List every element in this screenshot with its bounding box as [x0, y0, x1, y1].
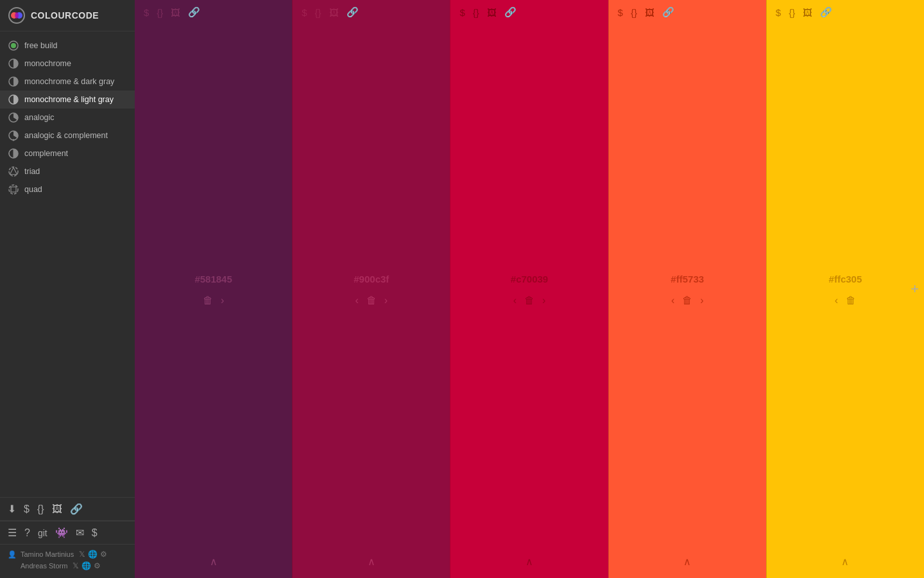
sidebar-item-monochrome-dark-gray[interactable]: monochrome & dark gray [0, 73, 135, 91]
menu-icon[interactable]: ☰ [8, 527, 17, 539]
credit-name-tamino: Tamino Martinius [21, 550, 74, 558]
panel-2-image-icon[interactable]: 🖼 [329, 7, 339, 18]
bottom-toolbar: ☰ ? git 👾 ✉ $ [0, 521, 135, 544]
sidebar-item-label: triad [24, 167, 40, 176]
panel-4-actions: ‹ 🗑 › [671, 295, 704, 306]
panel-1-image-icon[interactable]: 🖼 [171, 7, 180, 18]
sidebar-item-monochrome[interactable]: monochrome [0, 55, 135, 73]
half-circle-dark-icon [8, 76, 19, 87]
panel-2-delete-icon[interactable]: 🗑 [366, 295, 377, 306]
panel-3-prev-icon[interactable]: ‹ [513, 295, 517, 306]
panel-4-link-icon[interactable]: 🔗 [662, 6, 674, 18]
sidebar-item-quad[interactable]: quad [0, 180, 135, 198]
panel-4-prev-icon[interactable]: ‹ [671, 295, 674, 306]
tamino-globe-icon[interactable]: 🌐 [88, 550, 98, 559]
git-icon[interactable]: git [38, 528, 47, 538]
sidebar-item-complement[interactable]: complement [0, 144, 135, 162]
panel-4-dollar-icon[interactable]: $ [618, 7, 623, 18]
svg-marker-14 [10, 168, 17, 175]
panel-5-prev-icon[interactable]: ‹ [835, 295, 838, 306]
sidebar-item-monochrome-light-gray[interactable]: monochrome & light gray [0, 91, 135, 109]
panel-1-up-icon[interactable]: ∧ [210, 556, 218, 568]
svg-rect-16 [11, 187, 16, 192]
panel-5-up-icon[interactable]: ∧ [841, 556, 849, 568]
panel-3-braces-icon[interactable]: {} [473, 7, 479, 18]
panel-1-next-icon[interactable]: › [221, 295, 224, 306]
panel-3-up-icon[interactable]: ∧ [526, 556, 533, 568]
panel-5-bottom: ∧ [767, 556, 924, 578]
sidebar-item-triad[interactable]: triad [0, 162, 135, 180]
color-panel-5: $ {} 🖼 🔗 #ffc305 ‹ 🗑 ∧ [766, 0, 924, 578]
credit-tamino: 👤 Tamino Martinius 𝕏 🌐 ⚙ [8, 550, 127, 559]
sidebar-item-free-build[interactable]: free build [0, 37, 135, 55]
email-icon[interactable]: ✉ [76, 527, 84, 539]
main-content: $ {} 🖼 🔗 #581845 🗑 › ∧ $ {} 🖼 🔗 #900c3f [135, 0, 924, 578]
panel-3-delete-icon[interactable]: 🗑 [524, 295, 535, 306]
panel-5-image-icon[interactable]: 🖼 [803, 7, 812, 18]
panel-3-actions: ‹ 🗑 › [513, 295, 546, 306]
download-icon[interactable]: ⬇ [8, 503, 16, 515]
panel-3-dollar-icon[interactable]: $ [459, 7, 465, 18]
panel-2-top-icons: $ {} 🖼 🔗 [293, 0, 450, 24]
triad-icon [8, 166, 19, 177]
panel-4-image-icon[interactable]: 🖼 [645, 7, 654, 18]
panel-3-hex: #c70039 [511, 274, 548, 285]
panel-2-hex: #900c3f [354, 274, 389, 285]
panel-5-delete-icon[interactable]: 🗑 [846, 295, 856, 306]
analogic-icon [8, 112, 19, 123]
panel-2-braces-icon[interactable]: {} [315, 7, 321, 18]
sidebar-item-label: quad [24, 185, 42, 194]
credits: 👤 Tamino Martinius 𝕏 🌐 ⚙ Andreas Storm 𝕏… [0, 544, 135, 578]
color-panel-3: $ {} 🖼 🔗 #c70039 ‹ 🗑 › ∧ [450, 0, 608, 578]
alien-icon[interactable]: 👾 [55, 527, 68, 539]
sidebar-item-label: complement [24, 149, 68, 158]
braces-icon[interactable]: {} [37, 504, 44, 515]
dollar2-icon[interactable]: $ [92, 527, 98, 539]
sidebar-item-label: free build [24, 41, 57, 50]
andreas-twitter-icon[interactable]: 𝕏 [73, 561, 79, 570]
andreas-globe-icon[interactable]: 🌐 [81, 561, 91, 570]
panel-4-body: #ff5733 ‹ 🗑 › [609, 24, 766, 556]
panel-4-braces-icon[interactable]: {} [631, 7, 637, 18]
panel-2-link-icon[interactable]: 🔗 [346, 6, 359, 18]
quad-icon [8, 184, 19, 195]
panel-4-next-icon[interactable]: › [700, 295, 703, 306]
add-panel-button[interactable]: + [911, 281, 919, 297]
panel-1-top-icons: $ {} 🖼 🔗 [135, 0, 292, 24]
credit-name-andreas: Andreas Storm [21, 562, 67, 570]
half-circle-icon [8, 58, 19, 69]
panel-2-prev-icon[interactable]: ‹ [355, 295, 358, 306]
panel-5-dollar-icon[interactable]: $ [776, 7, 781, 18]
image-icon[interactable]: 🖼 [52, 504, 62, 515]
panel-2-up-icon[interactable]: ∧ [368, 556, 375, 568]
panel-4-delete-icon[interactable]: 🗑 [682, 295, 692, 306]
panel-2-next-icon[interactable]: › [384, 295, 388, 306]
link-icon[interactable]: 🔗 [70, 503, 83, 515]
andreas-settings-icon[interactable]: ⚙ [94, 561, 101, 570]
sidebar-item-analogic[interactable]: analogic [0, 109, 135, 127]
panel-1-hex: #581845 [194, 274, 232, 285]
analogic-complement-icon [8, 130, 19, 141]
panel-3-link-icon[interactable]: 🔗 [504, 6, 517, 18]
svg-point-15 [9, 185, 18, 194]
panel-5-braces-icon[interactable]: {} [789, 7, 795, 18]
dollar-icon[interactable]: $ [24, 504, 30, 515]
app-name: COLOURCODE [31, 10, 99, 21]
panel-3-image-icon[interactable]: 🖼 [487, 7, 497, 18]
panel-2-actions: ‹ 🗑 › [355, 295, 388, 306]
help-icon[interactable]: ? [24, 527, 30, 539]
color-panel-2: $ {} 🖼 🔗 #900c3f ‹ 🗑 › ∧ [292, 0, 450, 578]
panel-1-link-icon[interactable]: 🔗 [188, 6, 200, 18]
panel-5-link-icon[interactable]: 🔗 [820, 6, 832, 18]
panel-3-next-icon[interactable]: › [542, 295, 545, 306]
panel-4-up-icon[interactable]: ∧ [683, 556, 691, 568]
panel-1-delete-icon[interactable]: 🗑 [203, 295, 213, 306]
panel-1-dollar-icon[interactable]: $ [144, 7, 149, 18]
sidebar-item-analogic-complement[interactable]: analogic & complement [0, 127, 135, 144]
panel-5-top-icons: $ {} 🖼 🔗 [767, 0, 924, 24]
panel-1-braces-icon[interactable]: {} [157, 7, 163, 18]
tamino-settings-icon[interactable]: ⚙ [100, 550, 107, 559]
tamino-twitter-icon[interactable]: 𝕏 [79, 550, 85, 559]
panel-2-body: #900c3f ‹ 🗑 › [293, 24, 450, 556]
panel-2-dollar-icon[interactable]: $ [302, 7, 307, 18]
